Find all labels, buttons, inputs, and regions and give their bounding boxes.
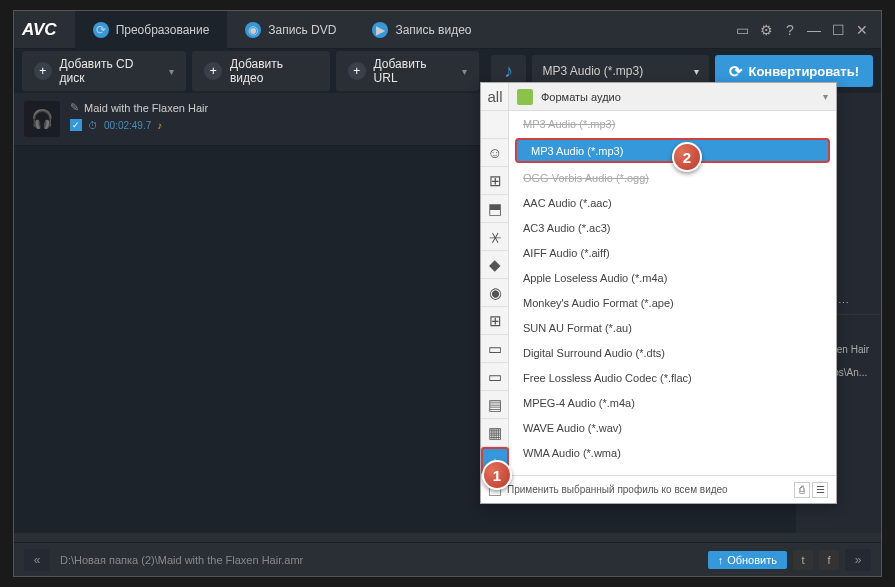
- format-option[interactable]: SUN AU Format (*.au): [509, 315, 836, 340]
- tab-convert[interactable]: ⟳Преобразование: [75, 11, 228, 49]
- more-icon[interactable]: ⋯: [838, 297, 849, 310]
- headphones-icon: 🎧: [24, 101, 60, 137]
- category-icon[interactable]: ⊞: [481, 167, 509, 195]
- output-path: D:\Новая папка (2)\Maid with the Flaxen …: [60, 554, 303, 566]
- btn-label: Обновить: [727, 554, 777, 566]
- format-option[interactable]: AAC Audio (*.aac): [509, 190, 836, 215]
- dropdown-footer: Применить выбранный профиль ко всем виде…: [481, 475, 836, 503]
- footer-label: Применить выбранный профиль ко всем виде…: [507, 484, 728, 495]
- tab-dvd[interactable]: ◉Запись DVD: [227, 11, 354, 49]
- titlebar: AVC ⟳Преобразование ◉Запись DVD ▶Запись …: [14, 11, 881, 49]
- audio-format-icon: [517, 89, 533, 105]
- manage-profile-icon[interactable]: ☰: [812, 482, 828, 498]
- disc-icon: ◉: [245, 22, 261, 38]
- category-sidebar: all☺⊞⬒⚹◆◉⊞▭▭▤▦♪: [481, 83, 509, 475]
- category-icon[interactable]: ◉: [481, 279, 509, 307]
- chevron-down-icon: ▾: [462, 66, 467, 77]
- help-icon[interactable]: ?: [779, 19, 801, 41]
- category-icon[interactable]: [481, 111, 509, 139]
- tab-label: Запись видео: [395, 23, 471, 37]
- format-option[interactable]: AC3 Audio (*.ac3): [509, 215, 836, 240]
- settings-icon[interactable]: ▭: [731, 19, 753, 41]
- format-option[interactable]: MPEG-4 Audio (*.m4a): [509, 390, 836, 415]
- add-video-button[interactable]: +Добавить видео: [192, 51, 330, 91]
- clock-icon: ⏱: [88, 120, 98, 131]
- refresh-icon: ⟳: [93, 22, 109, 38]
- tab-label: Преобразование: [116, 23, 210, 37]
- annotation-marker-2: 2: [672, 142, 702, 172]
- category-icon[interactable]: ▦: [481, 419, 509, 447]
- file-meta: ✓ ⏱ 00:02:49.7 ♪: [70, 119, 208, 131]
- category-icon[interactable]: ▭: [481, 335, 509, 363]
- category-icon[interactable]: ▤: [481, 391, 509, 419]
- expand-right-button[interactable]: »: [845, 549, 871, 571]
- update-button[interactable]: Обновить: [708, 551, 787, 569]
- minimize-icon[interactable]: —: [803, 19, 825, 41]
- file-name: Maid with the Flaxen Hair: [70, 101, 208, 114]
- file-duration: 00:02:49.7: [104, 120, 151, 131]
- gear-icon[interactable]: ⚙: [755, 19, 777, 41]
- tab-record[interactable]: ▶Запись видео: [354, 11, 489, 49]
- close-icon[interactable]: ✕: [851, 19, 873, 41]
- plus-icon: +: [34, 62, 52, 80]
- play-icon: ▶: [372, 22, 388, 38]
- checkbox-icon[interactable]: ✓: [70, 119, 82, 131]
- format-option[interactable]: WAVE Audio (*.wav): [509, 415, 836, 440]
- twitter-icon[interactable]: t: [793, 550, 813, 570]
- format-option[interactable]: AIFF Audio (*.aiff): [509, 240, 836, 265]
- annotation-marker-1: 1: [482, 460, 512, 490]
- save-profile-icon[interactable]: ⎙: [794, 482, 810, 498]
- btn-label: Конвертировать!: [748, 64, 859, 79]
- app-logo: AVC: [22, 20, 57, 40]
- note-icon: ♪: [157, 120, 162, 131]
- category-icon[interactable]: ⬒: [481, 195, 509, 223]
- format-option[interactable]: Digital Surround Audio (*.dts): [509, 340, 836, 365]
- format-option[interactable]: MP3 Audio (*.mp3): [509, 111, 836, 136]
- maximize-icon[interactable]: ☐: [827, 19, 849, 41]
- format-option[interactable]: Monkey's Audio Format (*.ape): [509, 290, 836, 315]
- add-cd-button[interactable]: +Добавить CD диск▾: [22, 51, 186, 91]
- chevron-down-icon: ▾: [823, 91, 828, 102]
- collapse-left-button[interactable]: «: [24, 549, 50, 571]
- category-icon[interactable]: ◆: [481, 251, 509, 279]
- btn-label: Добавить URL: [374, 57, 453, 85]
- btn-label: Добавить CD диск: [60, 57, 160, 85]
- format-option[interactable]: Free Lossless Audio Codec (*.flac): [509, 365, 836, 390]
- plus-icon: +: [348, 62, 366, 80]
- format-label: MP3 Audio (*.mp3): [542, 64, 643, 78]
- chevron-down-icon: ▾: [169, 66, 174, 77]
- plus-icon: +: [204, 62, 222, 80]
- category-icon[interactable]: ▭: [481, 363, 509, 391]
- dropdown-header[interactable]: Форматы аудио ▾: [509, 83, 836, 111]
- format-option[interactable]: Apple Loseless Audio (*.m4a): [509, 265, 836, 290]
- btn-label: Добавить видео: [230, 57, 318, 85]
- category-icon[interactable]: ⚹: [481, 223, 509, 251]
- chevron-down-icon: ▾: [694, 66, 699, 77]
- format-dropdown: all☺⊞⬒⚹◆◉⊞▭▭▤▦♪ Форматы аудио ▾ MP3 Audi…: [480, 82, 837, 504]
- category-icon[interactable]: ⊞: [481, 307, 509, 335]
- format-option[interactable]: OGG Vorbis Audio (*.ogg): [509, 165, 836, 190]
- category-icon[interactable]: all: [481, 83, 509, 111]
- statusbar: « D:\Новая папка (2)\Maid with the Flaxe…: [14, 542, 881, 576]
- format-option[interactable]: WMA Audio (*.wma): [509, 440, 836, 465]
- header-label: Форматы аудио: [541, 91, 621, 103]
- category-icon[interactable]: ☺: [481, 139, 509, 167]
- facebook-icon[interactable]: f: [819, 550, 839, 570]
- add-url-button[interactable]: +Добавить URL▾: [336, 51, 479, 91]
- tab-label: Запись DVD: [268, 23, 336, 37]
